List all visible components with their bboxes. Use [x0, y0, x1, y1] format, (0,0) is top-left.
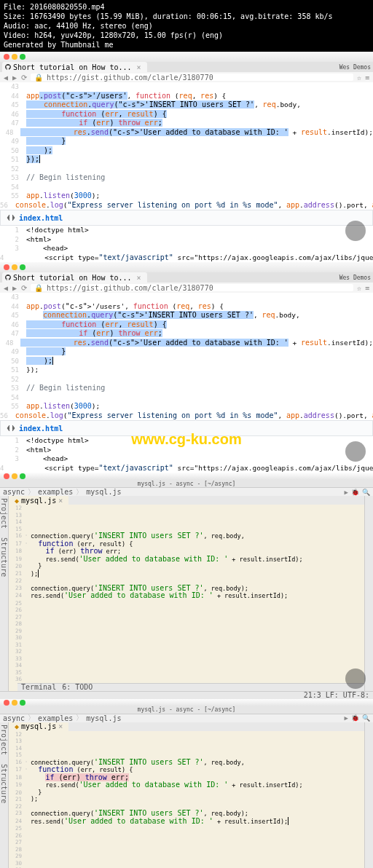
fold-icon[interactable] [25, 796, 31, 803]
code-line[interactable]: 53// Begin listening [0, 173, 373, 183]
fold-icon[interactable] [25, 839, 31, 846]
code-line[interactable]: 55app.listen(3000); [0, 192, 373, 201]
play-overlay-icon[interactable] [345, 668, 366, 689]
code-line[interactable]: 36 [9, 676, 364, 683]
url-field[interactable]: 🔒 https://gist.github.com/clarle/3180770 [31, 74, 353, 81]
fold-icon[interactable] [25, 669, 31, 676]
fold-icon[interactable] [25, 556, 31, 564]
code-line[interactable]: 33 [9, 655, 364, 663]
code-line[interactable]: 45 connection.query("c-s">'INSERT INTO u… [0, 311, 373, 320]
tab-close-icon[interactable]: × [137, 274, 141, 282]
reload-icon[interactable]: ⟳ [21, 74, 27, 82]
code-line[interactable]: 17- function (err, result) { [9, 540, 364, 548]
ide-code-2[interactable]: 1213141516-connection.query('INSERT INTO… [9, 731, 364, 869]
fold-icon[interactable] [25, 526, 31, 533]
fold-icon[interactable]: - [25, 759, 31, 767]
fold-icon[interactable] [25, 512, 31, 519]
play-overlay-icon[interactable] [345, 221, 366, 241]
code-line[interactable]: 43 [0, 82, 373, 92]
maximize-traffic-light[interactable] [20, 700, 25, 706]
close-traffic-light[interactable] [4, 700, 9, 706]
fold-icon[interactable] [25, 620, 31, 628]
code-line[interactable]: 28 [9, 846, 364, 853]
fold-icon[interactable] [25, 774, 31, 782]
forward-icon[interactable]: ▶ [12, 74, 17, 82]
fold-icon[interactable] [25, 628, 31, 635]
code-line[interactable]: 54 [0, 393, 373, 403]
fold-icon[interactable] [25, 818, 31, 826]
fold-icon[interactable] [25, 570, 31, 578]
code-line[interactable]: 50 ); [0, 146, 373, 156]
search-icon[interactable]: 🔍 [362, 714, 370, 722]
code-line[interactable]: 49 } [0, 347, 373, 357]
fold-icon[interactable]: - [25, 532, 31, 540]
code-line[interactable]: 29 [9, 628, 364, 635]
code-line[interactable]: 20 } [9, 789, 364, 797]
fold-icon[interactable] [25, 789, 31, 797]
code-line[interactable]: 26 [9, 832, 364, 840]
fold-icon[interactable] [25, 600, 31, 607]
fold-icon[interactable] [25, 563, 31, 570]
tab-close-icon[interactable]: × [137, 63, 141, 71]
star-icon[interactable]: ☆ [357, 74, 361, 82]
code-line[interactable]: 35 [9, 669, 364, 676]
sidebar-structure[interactable]: Structure [0, 764, 8, 803]
code-line[interactable]: 48 res.send("c-s">'User added to databas… [0, 128, 373, 138]
fold-icon[interactable] [25, 825, 31, 832]
code-line[interactable]: 30 [9, 860, 364, 867]
code-line[interactable]: 21); [9, 796, 364, 803]
code-line[interactable]: 44app.post("c-s">'/users', function (req… [0, 92, 373, 101]
crumb-folder[interactable]: examples [38, 714, 73, 722]
code-line[interactable]: 46 function (err, result) { [0, 110, 373, 119]
menu-icon[interactable]: ≡ [365, 74, 369, 82]
crumb-folder[interactable]: async [3, 714, 25, 722]
browser-tab[interactable]: Short tutorial on How to... × [2, 272, 147, 283]
code-line[interactable]: 14 [9, 518, 364, 526]
fold-icon[interactable]: - [25, 540, 31, 548]
index-code-1[interactable]: 1<!doctype html>2<html>3 <head>4 <script… [0, 226, 373, 262]
minimize-traffic-light[interactable] [12, 264, 17, 270]
minimize-traffic-light[interactable] [12, 473, 17, 479]
url-field[interactable]: 🔒 https://gist.github.com/clarle/3180770 [31, 284, 353, 291]
code-line[interactable]: 25 [9, 825, 364, 832]
fold-icon[interactable] [25, 614, 31, 621]
crumb-folder[interactable]: async [3, 488, 25, 496]
code-line[interactable]: 52 [0, 375, 373, 384]
code-line[interactable]: 47 if (err) throw err; [0, 329, 373, 339]
fold-icon[interactable] [25, 518, 31, 526]
fold-icon[interactable] [25, 607, 31, 614]
code-line[interactable]: 13 [9, 512, 364, 519]
fold-icon[interactable] [25, 853, 31, 860]
code-line[interactable]: 50 );​ [0, 357, 373, 366]
code-line[interactable]: 12 [9, 731, 364, 738]
code-line[interactable]: 52 [0, 165, 373, 174]
code-line[interactable]: 14 [9, 745, 364, 752]
run-icon[interactable]: ▶ [345, 489, 348, 496]
code-line[interactable]: 51});​ [0, 155, 373, 165]
fold-icon[interactable] [25, 648, 31, 655]
minimize-traffic-light[interactable] [12, 700, 17, 706]
code-line[interactable]: 21);​ [9, 570, 364, 578]
code-line[interactable]: 2<html> [0, 235, 373, 245]
code-line[interactable]: 43 [0, 293, 373, 302]
close-traffic-light[interactable] [4, 54, 9, 60]
code-line[interactable]: 17- function (err, result) { [9, 766, 364, 774]
ide-code-1[interactable]: 1213141516-connection.query('INSERT INTO… [9, 505, 364, 683]
fold-icon[interactable] [25, 655, 31, 663]
debug-icon[interactable]: 🐞 [351, 714, 359, 722]
fold-icon[interactable] [25, 662, 31, 669]
code-line[interactable]: 19 res.send('User added to database with… [9, 781, 364, 789]
back-icon[interactable]: ◀ [4, 284, 8, 292]
run-icon[interactable]: ▶ [345, 714, 348, 722]
sidebar-project[interactable]: Project [0, 725, 8, 755]
tab-close-icon[interactable]: × [58, 497, 63, 505]
code-line[interactable]: 48 res.send("c-s">'User added to databas… [0, 339, 373, 348]
fold-icon[interactable] [25, 803, 31, 810]
fold-icon[interactable] [25, 577, 31, 585]
debug-icon[interactable]: 🐞 [351, 489, 359, 496]
code-line[interactable]: 56console.log("Express server listening … [0, 201, 373, 210]
fold-icon[interactable] [25, 585, 31, 593]
terminal-tab[interactable]: Terminal [21, 683, 56, 691]
sidebar-project[interactable]: Project [0, 498, 8, 529]
fold-icon[interactable] [25, 810, 31, 818]
